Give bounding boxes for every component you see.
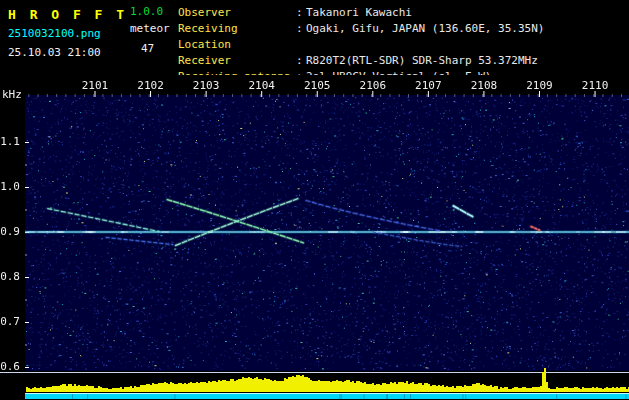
header-title-row: H R O F F T 1.0.0: [8, 4, 127, 23]
info-label-1: Receiving Location: [178, 21, 296, 53]
info-label-2: Receiver: [178, 53, 296, 69]
freq-tick-label: 1.0: [0, 180, 20, 193]
frequency-axis-unit: kHz: [2, 88, 22, 101]
freq-tick-label: 0.8: [0, 270, 20, 283]
freq-tick-label: 0.6: [0, 360, 20, 373]
info-value-0: Takanori Kawachi: [306, 5, 544, 21]
time-tick-label: 2109: [526, 79, 553, 92]
echo-count: 47: [141, 42, 154, 55]
frequency-axis-labels: kHz 1.11.00.90.80.70.6: [0, 0, 24, 400]
mode-label: meteor: [130, 22, 170, 35]
time-tick-label: 2102: [137, 79, 164, 92]
info-colon-1: :: [296, 21, 306, 53]
observer-info: Observer:Takanori KawachiReceiving Locat…: [178, 5, 544, 85]
info-value-2: R820T2(RTL-SDR) SDR-Sharp 53.372MHz: [306, 53, 544, 69]
info-label-0: Observer: [178, 5, 296, 21]
freq-tick-label: 0.7: [0, 315, 20, 328]
app-title: H R O F F T: [8, 7, 127, 22]
time-tick-label: 2105: [304, 79, 331, 92]
time-tick-label: 2107: [415, 79, 442, 92]
time-tick-label: 2108: [471, 79, 498, 92]
time-tick-label: 2104: [248, 79, 275, 92]
header: H R O F F T 1.0.0 2510032100.png meteor …: [0, 0, 629, 75]
info-value-1: Ogaki, Gifu, JAPAN (136.60E, 35.35N): [306, 21, 544, 53]
app-version: 1.0.0: [130, 5, 163, 18]
time-tick-label: 2103: [193, 79, 220, 92]
time-tick-label: 2110: [582, 79, 609, 92]
time-axis-labels: 2101210221032104210521062107210821092110: [0, 79, 629, 92]
time-tick-label: 2101: [82, 79, 109, 92]
hrofft-screen: H R O F F T 1.0.0 2510032100.png meteor …: [0, 0, 629, 400]
spectrogram-canvas: [0, 75, 629, 400]
time-tick-label: 2106: [360, 79, 387, 92]
freq-tick-label: 0.9: [0, 225, 20, 238]
freq-tick-label: 1.1: [0, 135, 20, 148]
info-colon-2: :: [296, 53, 306, 69]
info-colon-0: :: [296, 5, 306, 21]
